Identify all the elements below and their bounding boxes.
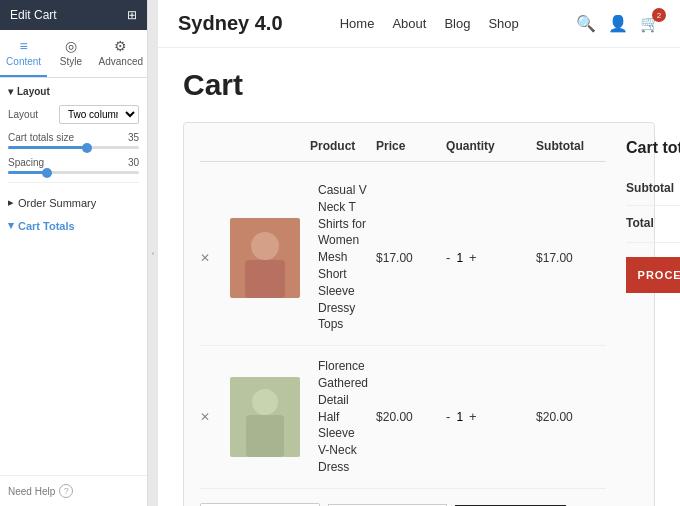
cart-badge: 2 — [652, 8, 666, 22]
table-row: ✕ Florence Gathered Detail Half Sleeve V… — [200, 346, 606, 489]
col-price: Price — [376, 139, 446, 153]
qty-decrease-1[interactable]: - — [446, 250, 450, 265]
page-title: Cart — [183, 68, 655, 102]
chevron-down-icon: ▾ — [8, 86, 13, 97]
cart-container: Product Price Quantity Subtotal ✕ — [183, 122, 655, 506]
cart-icon[interactable]: 🛒 2 — [640, 14, 660, 33]
col-image — [230, 139, 310, 153]
accordion-cart-totals[interactable]: ▾ Cart Totals — [8, 214, 139, 237]
subtotal-label: Subtotal — [626, 181, 674, 195]
col-remove — [200, 139, 230, 153]
sidebar: Edit Cart ⊞ ≡ Content ◎ Style ⚙ Advanced… — [0, 0, 148, 506]
product-price-2: $20.00 — [376, 410, 446, 424]
qty-value-1: 1 — [456, 251, 463, 265]
tab-content[interactable]: ≡ Content — [0, 30, 47, 77]
nav-about[interactable]: About — [392, 16, 426, 31]
product-image-2 — [230, 377, 300, 457]
tab-advanced[interactable]: ⚙ Advanced — [95, 30, 147, 77]
advanced-icon: ⚙ — [99, 38, 143, 54]
cart-totals-size-value: 35 — [128, 132, 139, 143]
qty-control-1: - 1 + — [446, 250, 536, 265]
cart-table-header: Product Price Quantity Subtotal — [200, 139, 606, 162]
cart-totals-size-label: Cart totals size — [8, 132, 74, 143]
product-name-2: Florence Gathered Detail Half Sleeve V-N… — [310, 358, 376, 476]
content-icon: ≡ — [4, 38, 43, 54]
nav-home[interactable]: Home — [340, 16, 375, 31]
layout-section-title: ▾ Layout — [8, 86, 139, 97]
qty-control-2: - 1 + — [446, 409, 536, 424]
site-title: Sydney 4.0 — [178, 12, 283, 35]
sidebar-header: Edit Cart ⊞ — [0, 0, 147, 30]
spacing-value: 30 — [128, 157, 139, 168]
cart-totals-panel: Cart totals Subtotal $37.00 Total $37.00… — [626, 139, 680, 506]
cart-totals-title: Cart totals — [626, 139, 680, 157]
grid-icon[interactable]: ⊞ — [127, 8, 137, 22]
collapse-handle[interactable]: ‹ — [148, 0, 158, 506]
cart-totals-size-row: Cart totals size 35 — [8, 132, 139, 149]
qty-value-2: 1 — [456, 410, 463, 424]
subtotal-2: $20.00 — [536, 410, 606, 424]
need-help-label: Need Help — [8, 486, 55, 497]
layout-row: Layout Two columns — [8, 105, 139, 124]
nav-icons: 🔍 👤 🛒 2 — [576, 14, 660, 33]
total-label: Total — [626, 216, 654, 232]
main-content: Sydney 4.0 Home About Blog Shop 🔍 👤 🛒 2 … — [158, 0, 680, 506]
top-nav: Sydney 4.0 Home About Blog Shop 🔍 👤 🛒 2 — [158, 0, 680, 48]
remove-item-2[interactable]: ✕ — [200, 410, 230, 424]
help-icon[interactable]: ? — [59, 484, 73, 498]
user-icon[interactable]: 👤 — [608, 14, 628, 33]
sidebar-content: ▾ Layout Layout Two columns Cart totals … — [0, 78, 147, 475]
subtotal-row: Subtotal $37.00 — [626, 171, 680, 206]
col-subtotal: Subtotal — [536, 139, 606, 153]
svg-rect-2 — [245, 260, 285, 298]
sidebar-title: Edit Cart — [10, 8, 57, 22]
subtotal-1: $17.00 — [536, 251, 606, 265]
chevron-right-icon: ▸ — [8, 196, 14, 209]
spacing-row: Spacing 30 — [8, 157, 139, 174]
product-name-1: Casual V Neck T Shirts for Women Mesh Sh… — [310, 182, 376, 333]
tab-style[interactable]: ◎ Style — [47, 30, 94, 77]
nav-shop[interactable]: Shop — [488, 16, 518, 31]
qty-decrease-2[interactable]: - — [446, 409, 450, 424]
remove-item-1[interactable]: ✕ — [200, 251, 230, 265]
style-icon: ◎ — [51, 38, 90, 54]
cart-totals-size-slider[interactable] — [8, 146, 139, 149]
cart-table: Product Price Quantity Subtotal ✕ — [200, 139, 606, 506]
svg-rect-5 — [246, 415, 284, 457]
accordion-order-summary[interactable]: ▸ Order Summary — [8, 191, 139, 214]
qty-increase-1[interactable]: + — [469, 250, 477, 265]
chevron-down-icon-2: ▾ — [8, 219, 14, 232]
svg-point-1 — [251, 232, 279, 260]
page-content: Cart Product Price Quantity Subtotal ✕ — [158, 48, 680, 506]
layout-label: Layout — [8, 109, 38, 120]
search-icon[interactable]: 🔍 — [576, 14, 596, 33]
col-product: Product — [310, 139, 376, 153]
product-price-1: $17.00 — [376, 251, 446, 265]
spacing-slider[interactable] — [8, 171, 139, 174]
layout-select[interactable]: Two columns — [59, 105, 139, 124]
total-row: Total $37.00 — [626, 206, 680, 243]
sidebar-tabs: ≡ Content ◎ Style ⚙ Advanced — [0, 30, 147, 78]
sidebar-footer: Need Help ? — [0, 475, 147, 506]
product-image-1 — [230, 218, 300, 298]
svg-point-4 — [252, 389, 278, 415]
proceed-to-checkout-button[interactable]: PROCEED TO CHECKOUT — [626, 257, 680, 293]
nav-blog[interactable]: Blog — [444, 16, 470, 31]
spacing-label: Spacing — [8, 157, 44, 168]
table-row: ✕ Casual V Neck T Shirts for Women Mesh … — [200, 170, 606, 346]
nav-links: Home About Blog Shop — [340, 16, 519, 31]
col-qty: Quantity — [446, 139, 536, 153]
qty-increase-2[interactable]: + — [469, 409, 477, 424]
